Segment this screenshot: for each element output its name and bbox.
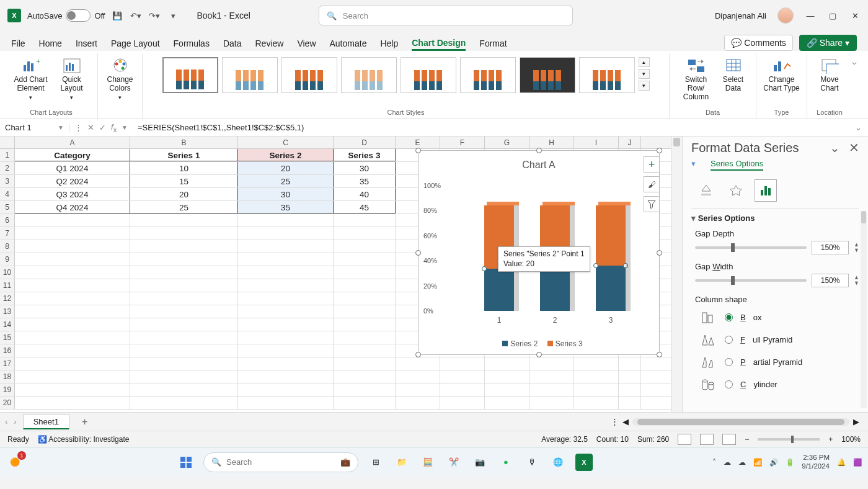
chart-title[interactable]: Chart A	[418, 151, 659, 171]
cell[interactable]: 20	[130, 188, 238, 200]
cell[interactable]	[130, 253, 238, 266]
chart-filter-icon[interactable]	[644, 196, 660, 212]
cell[interactable]	[130, 397, 238, 409]
row-header[interactable]: 3	[0, 175, 15, 187]
excel-taskbar-icon[interactable]: X	[575, 454, 593, 471]
cell[interactable]	[334, 240, 396, 253]
cell[interactable]: Q1 2024	[15, 162, 130, 174]
chart-style-3[interactable]	[281, 57, 337, 93]
row-header[interactable]: 11	[0, 279, 15, 292]
enter-formula-icon[interactable]: ✓	[99, 123, 106, 132]
cell[interactable]	[238, 214, 334, 227]
accessibility-status[interactable]: ♿ Accessibility: Investigate	[38, 435, 130, 444]
cell[interactable]	[334, 318, 396, 331]
cell[interactable]	[238, 266, 334, 279]
cell[interactable]: 15	[130, 175, 238, 187]
copilot-icon[interactable]: 🟪	[853, 458, 862, 467]
column-header[interactable]: G	[485, 137, 529, 148]
chart-style-6[interactable]	[460, 57, 516, 93]
cancel-formula-icon[interactable]: ✕	[87, 123, 94, 132]
vertical-scrollbar[interactable]	[671, 137, 682, 412]
scroll-right-icon[interactable]: ▶	[853, 417, 859, 426]
cell[interactable]	[619, 357, 641, 370]
page-layout-view-icon[interactable]	[700, 434, 714, 445]
cell[interactable]	[15, 397, 130, 409]
cell[interactable]: 30	[334, 162, 396, 174]
cell[interactable]: Q2 2024	[15, 175, 130, 187]
save-icon[interactable]: 💾	[111, 9, 123, 22]
cell[interactable]	[15, 318, 130, 331]
cell[interactable]	[334, 214, 396, 227]
cell[interactable]: 35	[238, 201, 334, 213]
cell[interactable]	[15, 253, 130, 266]
cell[interactable]: Series 3	[334, 149, 396, 161]
undo-icon[interactable]: ↶▾	[130, 9, 142, 22]
gap-depth-slider[interactable]	[695, 246, 807, 249]
row-header[interactable]: 16	[0, 344, 15, 357]
row-header[interactable]: 10	[0, 266, 15, 279]
cell[interactable]	[15, 384, 130, 396]
cell[interactable]	[130, 370, 238, 383]
tab-data[interactable]: Data	[223, 38, 242, 51]
taskbar-search[interactable]: 🔍Search💼	[203, 452, 358, 472]
zoom-level[interactable]: 100%	[841, 435, 861, 444]
tab-chart-design[interactable]: Chart Design	[412, 38, 466, 51]
row-header[interactable]: 19	[0, 384, 15, 396]
weather-icon[interactable]: ☁	[738, 458, 746, 467]
formula-bar[interactable]: =SERIES(Sheet1!$C$1,,Sheet1!$C$2:$C$5,1)	[133, 123, 849, 132]
series-options-dropdown[interactable]: Series Options	[711, 159, 763, 171]
tab-page-layout[interactable]: Page Layout	[111, 38, 160, 51]
tab-home[interactable]: Home	[39, 38, 62, 51]
cell[interactable]	[130, 344, 238, 357]
cell[interactable]	[334, 266, 396, 279]
cell[interactable]	[238, 397, 334, 409]
zoom-out-icon[interactable]: −	[745, 435, 749, 444]
add-chart-element-button[interactable]: + Add Chart Element▾	[12, 56, 50, 101]
chart-style-8[interactable]	[579, 57, 635, 93]
cell[interactable]	[238, 331, 334, 344]
cell[interactable]	[130, 357, 238, 370]
tab-automate[interactable]: Automate	[330, 38, 367, 51]
column-header[interactable]: F	[440, 137, 485, 148]
page-break-view-icon[interactable]	[722, 434, 736, 445]
mic-icon[interactable]: 🎙	[523, 454, 541, 471]
row-header[interactable]: 8	[0, 240, 15, 253]
clock[interactable]: 2:36 PM9/1/2024	[802, 454, 830, 470]
column-header[interactable]: C	[238, 137, 334, 148]
comments-button[interactable]: 💬 Comments	[724, 35, 793, 51]
shape-option-partial-pyramid[interactable]: Partial Pyramid	[699, 354, 859, 370]
horizontal-scrollbar[interactable]	[632, 418, 849, 426]
gap-width-slider[interactable]	[695, 279, 807, 282]
cell[interactable]	[238, 318, 334, 331]
cell[interactable]: Series 2	[238, 149, 334, 161]
start-icon[interactable]	[177, 454, 195, 471]
cell[interactable]	[130, 292, 238, 305]
fill-line-icon[interactable]	[695, 179, 717, 202]
cell[interactable]: Q3 2024	[15, 188, 130, 200]
switch-row-column-button[interactable]: Switch Row/ Column	[677, 56, 715, 101]
snipping-icon[interactable]: ✂️	[445, 454, 463, 471]
cell[interactable]: 45	[334, 201, 396, 213]
chart-style-4[interactable]	[341, 57, 397, 93]
cell[interactable]	[238, 384, 334, 396]
cell[interactable]: 35	[334, 175, 396, 187]
redo-icon[interactable]: ↷▾	[148, 9, 161, 22]
column-header[interactable]: J	[619, 137, 641, 148]
cell[interactable]: 30	[238, 188, 334, 200]
row-header[interactable]: 1	[0, 149, 15, 161]
tab-review[interactable]: Review	[255, 38, 284, 51]
cell[interactable]	[238, 240, 334, 253]
cell[interactable]	[334, 384, 396, 396]
chart-style-2[interactable]	[222, 57, 278, 93]
series-options-icon[interactable]	[755, 179, 777, 202]
cell[interactable]: 40	[334, 188, 396, 200]
tab-help[interactable]: Help	[380, 38, 398, 51]
cell[interactable]	[574, 397, 619, 409]
row-header[interactable]: 20	[0, 397, 15, 409]
cell[interactable]	[238, 357, 334, 370]
cell[interactable]	[15, 214, 130, 227]
cell[interactable]	[15, 240, 130, 253]
onedrive-icon[interactable]: ☁	[724, 458, 731, 467]
row-header[interactable]: 14	[0, 318, 15, 331]
shape-option-cylinder[interactable]: Cylinder	[699, 376, 859, 392]
